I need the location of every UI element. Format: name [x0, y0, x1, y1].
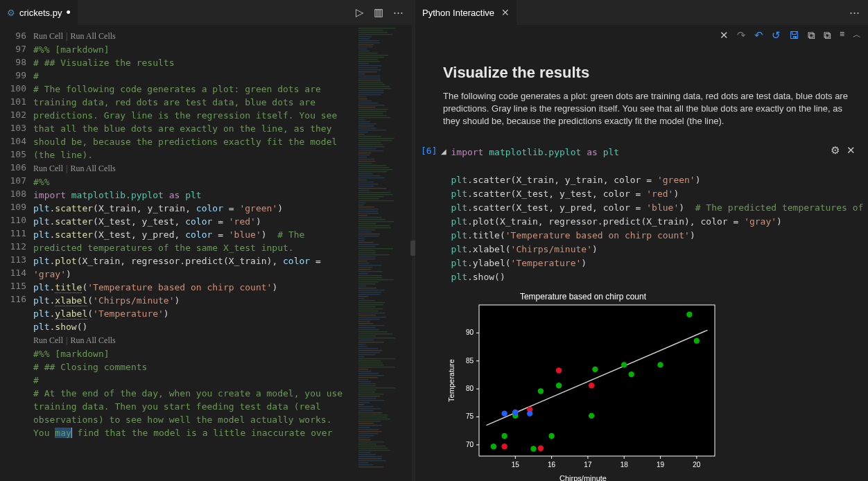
- svg-rect-179: [358, 400, 384, 401]
- interactive-content[interactable]: Visualize the results The following code…: [415, 43, 868, 481]
- close-icon[interactable]: ✕: [720, 29, 729, 42]
- svg-rect-119: [358, 275, 382, 276]
- svg-point-245: [628, 371, 634, 377]
- copy-icon[interactable]: ⧉: [808, 29, 815, 42]
- svg-point-242: [538, 388, 544, 394]
- split-editor-icon[interactable]: ▥: [374, 6, 383, 19]
- svg-rect-100: [358, 236, 379, 236]
- svg-rect-113: [358, 263, 369, 263]
- svg-point-247: [592, 367, 598, 372]
- svg-rect-183: [358, 408, 381, 409]
- svg-point-237: [491, 444, 496, 449]
- svg-rect-3: [358, 34, 392, 35]
- svg-rect-156: [358, 352, 380, 353]
- svg-rect-5: [358, 38, 370, 39]
- collapse-icon[interactable]: ︿: [853, 29, 861, 42]
- svg-rect-181: [358, 404, 364, 405]
- editor-tab-bar: ⚙ crickets.py • ▷ ▥ ⋯: [0, 0, 412, 25]
- svg-rect-196: [358, 435, 374, 436]
- svg-rect-11: [358, 51, 370, 51]
- svg-rect-137: [358, 313, 385, 313]
- codelens[interactable]: Run Cell|Run All Cells: [33, 164, 116, 173]
- cell-options-icon[interactable]: ⚙: [831, 144, 840, 157]
- undo-icon[interactable]: ↶: [754, 29, 763, 42]
- svg-rect-28: [358, 86, 390, 87]
- svg-rect-102: [358, 240, 365, 240]
- svg-rect-88: [358, 211, 378, 211]
- svg-rect-84: [358, 202, 365, 203]
- svg-rect-186: [358, 414, 388, 415]
- python-file-icon: ⚙: [7, 8, 15, 18]
- svg-rect-169: [358, 379, 368, 380]
- svg-rect-213: [479, 305, 715, 456]
- svg-rect-14: [358, 57, 384, 58]
- redo-icon[interactable]: ↷: [737, 29, 746, 42]
- svg-rect-36: [358, 103, 378, 103]
- svg-rect-163: [358, 367, 395, 367]
- svg-rect-114: [358, 265, 381, 265]
- svg-rect-204: [358, 452, 370, 453]
- copy-all-icon[interactable]: ⧉: [824, 29, 831, 42]
- svg-rect-208: [358, 460, 386, 461]
- options-icon[interactable]: ≡: [840, 29, 844, 42]
- svg-rect-118: [358, 273, 368, 274]
- tab-python-interactive[interactable]: Python Interactive ✕: [415, 0, 517, 25]
- cell-collapse-icon[interactable]: ◢: [441, 148, 446, 155]
- svg-rect-19: [358, 67, 378, 68]
- editor-body[interactable]: 9697989910010110210310410510610710810911…: [0, 25, 412, 481]
- codelens[interactable]: Run Cell|Run All Cells: [33, 335, 116, 345]
- svg-rect-162: [358, 365, 384, 365]
- interactive-pane: Python Interactive ✕ ⋯ ✕ ↷ ↶ ↺ 🖫 ⧉ ⧉ ≡ ︿…: [415, 0, 868, 481]
- close-tab-icon[interactable]: ✕: [501, 7, 510, 18]
- svg-rect-54: [358, 140, 392, 141]
- save-icon[interactable]: 🖫: [789, 29, 799, 42]
- svg-text:19: 19: [657, 461, 665, 469]
- svg-rect-63: [358, 159, 374, 159]
- svg-rect-74: [358, 182, 374, 182]
- svg-rect-155: [358, 350, 382, 351]
- line-number-gutter: 9697989910010110210310410510610710810911…: [0, 25, 33, 481]
- editor-tab-actions: ▷ ▥ ⋯: [347, 6, 412, 19]
- svg-rect-170: [358, 381, 371, 382]
- svg-rect-111: [358, 259, 375, 259]
- svg-rect-154: [358, 348, 378, 349]
- svg-text:85: 85: [466, 357, 474, 365]
- restart-icon[interactable]: ↺: [772, 29, 781, 42]
- cell-close-icon[interactable]: ✕: [847, 144, 856, 157]
- svg-rect-55: [358, 142, 381, 143]
- svg-rect-42: [358, 115, 387, 116]
- svg-rect-81: [358, 196, 384, 197]
- more-actions-icon[interactable]: ⋯: [849, 6, 860, 19]
- svg-point-259: [512, 410, 518, 415]
- plot-title: Temperature based on chirp count: [520, 292, 647, 301]
- minimap[interactable]: [356, 25, 412, 481]
- svg-rect-174: [358, 390, 376, 390]
- svg-rect-29: [358, 88, 391, 89]
- svg-rect-108: [358, 252, 376, 253]
- interactive-toolbar: ✕ ↷ ↶ ↺ 🖫 ⧉ ⧉ ≡ ︿: [415, 25, 868, 43]
- svg-rect-8: [358, 44, 374, 45]
- svg-rect-24: [358, 78, 381, 78]
- svg-rect-40: [358, 111, 386, 112]
- svg-rect-6: [358, 40, 379, 41]
- svg-rect-126: [358, 290, 385, 290]
- svg-rect-185: [358, 412, 383, 413]
- svg-rect-107: [358, 250, 375, 251]
- svg-rect-117: [358, 271, 383, 272]
- svg-rect-133: [358, 304, 383, 305]
- svg-rect-22: [358, 73, 365, 74]
- svg-rect-27: [358, 84, 385, 85]
- svg-rect-2: [358, 32, 388, 33]
- more-actions-icon[interactable]: ⋯: [393, 6, 403, 19]
- svg-rect-210: [358, 464, 373, 465]
- svg-rect-103: [358, 242, 374, 243]
- markdown-heading: Visualize the results: [443, 64, 856, 82]
- code-area[interactable]: Run Cell|Run All Cells#%% [markdown]# ##…: [33, 25, 356, 481]
- run-icon[interactable]: ▷: [356, 6, 364, 19]
- svg-rect-209: [358, 462, 368, 463]
- svg-rect-136: [358, 311, 378, 311]
- tab-crickets[interactable]: ⚙ crickets.py •: [0, 0, 78, 25]
- svg-rect-87: [358, 209, 379, 209]
- svg-rect-79: [358, 192, 391, 193]
- codelens[interactable]: Run Cell|Run All Cells: [33, 31, 116, 41]
